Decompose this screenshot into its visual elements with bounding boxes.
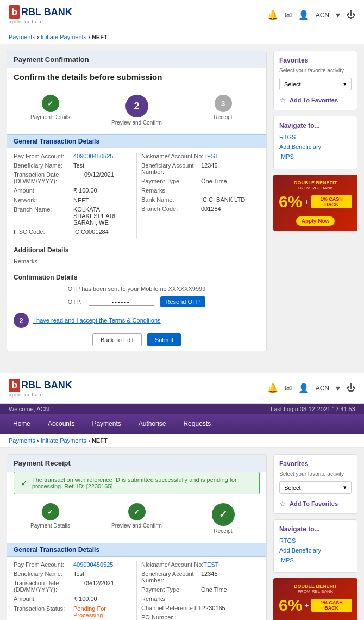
- r2-tx-status: Transaction Status: Pending For Processi…: [14, 605, 132, 618]
- detail-ifsc: IFSC Code: ICIC0001284: [14, 228, 132, 235]
- logo-rbl2: b RBL BANK: [9, 379, 72, 392]
- ad-big-num: 6%: [279, 193, 302, 211]
- resend-otp-button[interactable]: Resend OTP: [160, 296, 206, 307]
- ad-line2b: FROM RBL BANK: [279, 589, 352, 594]
- step2-1: ✓ Payment Details: [7, 503, 93, 529]
- right-col2: Nickname/ Account No: TEST Beneficiary A…: [141, 561, 260, 620]
- nav-bar: Welcome, ACN Last Login 08-12-2021 12:41…: [0, 404, 364, 434]
- col-divider: [136, 153, 137, 238]
- ad-line1b: DOUBLE BENEFIT: [279, 584, 352, 589]
- dropdown-icon[interactable]: ▾: [336, 10, 340, 20]
- logo-area: b RBL BANK apne ka bank: [9, 5, 72, 24]
- power-icon2[interactable]: ⏻: [347, 383, 355, 393]
- step2-badge: 2: [14, 313, 29, 328]
- nav-item-add-beneficiary[interactable]: Add Beneficiary: [279, 144, 352, 150]
- user-icon: 👤: [298, 10, 309, 20]
- welcome-text: Welcome, ACN: [9, 406, 49, 412]
- favorites-subtitle2: Select your favorite activity: [279, 471, 352, 477]
- back-to-edit-button[interactable]: Back To Edit: [92, 333, 142, 346]
- user-icon2: 👤: [298, 383, 309, 393]
- logo-area2: b RBL BANK apne ka bank: [9, 379, 72, 398]
- left-panel1: Payment Confirmation Confirm the details…: [7, 51, 267, 358]
- right-panel1: Favorites Select your favorite activity …: [273, 51, 357, 358]
- logo-rbl: b RBL BANK: [9, 5, 72, 19]
- detail-branch-code: Branch Code: 001284: [141, 206, 260, 212]
- header1: b RBL BANK apne ka bank 🔔 ✉ 👤 ACN ▾ ⏻: [0, 0, 364, 30]
- detail-nickname: Nickname/ Account No: TEST: [141, 153, 260, 159]
- r2-tx-date: Transaction Date(DD/MM/YYYY): 09/12/2021: [14, 580, 132, 593]
- r2-nickname: Nickname/ Account No: TEST: [141, 561, 260, 568]
- otp-input[interactable]: [89, 299, 154, 306]
- ad-big-num2: 6%: [279, 596, 302, 615]
- power-icon[interactable]: ⏻: [347, 10, 355, 20]
- mail-icon[interactable]: ✉: [285, 10, 292, 20]
- logo-text2: RBL BANK: [21, 380, 72, 391]
- logo-text: RBL BANK: [21, 7, 72, 18]
- nav-item-imps2[interactable]: IMPS: [279, 557, 352, 563]
- step2-label: Preview and Confirm: [111, 120, 162, 126]
- detail-network: Network: NEFT: [14, 197, 132, 203]
- detail-amount: Amount: ₹ 100.00: [14, 187, 132, 194]
- nav-authorise[interactable]: Authorise: [130, 414, 175, 434]
- remarks-input[interactable]: [42, 257, 123, 264]
- r2-bene-acc: Beneficiary AccountNumber: 12345: [141, 571, 260, 584]
- bell-icon2[interactable]: 🔔: [267, 383, 278, 393]
- step3-circle: 3: [215, 95, 232, 112]
- col-divider2: [136, 561, 137, 620]
- cashback-badge: 1% CASH BACK: [311, 195, 352, 208]
- header-icons2: 🔔 ✉ 👤 ACN ▾ ⏻: [267, 383, 355, 393]
- ad-line1: DOUBLE BENEFIT: [279, 180, 352, 185]
- favorites-title2: Favorites: [279, 460, 352, 468]
- detail-bene-name: Beneficiary Name: Test: [14, 162, 132, 169]
- step2-circle: 2: [125, 95, 148, 117]
- favorites-card: Favorites Select your favorite activity …: [273, 51, 357, 110]
- terms-text[interactable]: I have read and I accept the Terms & Con…: [33, 317, 161, 324]
- add-to-favorites[interactable]: ☆ Add To Favorites: [279, 96, 352, 104]
- nav-accounts[interactable]: Accounts: [39, 414, 83, 434]
- steps1: ✓ Payment Details 2 Preview and Confirm …: [7, 90, 266, 134]
- dropdown-icon2[interactable]: ▾: [336, 383, 340, 393]
- details-grid2: Pay From Account: 409000450525 Beneficia…: [7, 557, 266, 620]
- breadcrumb-payments[interactable]: Payments: [9, 34, 35, 40]
- nav-home[interactable]: Home: [4, 414, 39, 434]
- star-icon2: ☆: [279, 499, 286, 508]
- detail-bene-acc: Beneficiary AccountNumber: 12345: [141, 162, 260, 175]
- detail-payment-type: Payment Type: One Time: [141, 178, 260, 184]
- select-label2: Select: [284, 485, 301, 491]
- logo-sub2: apne ka bank: [9, 392, 45, 398]
- breadcrumb2-initiate[interactable]: Initiate Payments: [41, 437, 86, 444]
- breadcrumb-sep1: ›: [37, 34, 41, 40]
- nav-item-add-bene2[interactable]: Add Beneficiary: [279, 547, 352, 554]
- detail-pay-from: Pay From Account: 409000450525: [14, 153, 132, 159]
- nav-item-rtgs2[interactable]: RTGS: [279, 537, 352, 544]
- nav-requests[interactable]: Requests: [174, 414, 219, 434]
- r2-channel-ref: Channel Reference ID: 2230165: [141, 605, 260, 611]
- nav-payments[interactable]: Payments: [83, 414, 129, 434]
- detail-bank-name: Bank Name: ICICI BANK LTD: [141, 196, 260, 203]
- confirmation-area: Confirmation Details OTP has been sent t…: [7, 269, 266, 351]
- confirm-title: Confirm the details before submission: [7, 68, 266, 82]
- logo-b2: b: [9, 379, 20, 392]
- bell-icon[interactable]: 🔔: [267, 10, 278, 20]
- section2-wrapper: b RBL BANK apne ka bank 🔔 ✉ 👤 ACN ▾ ⏻ We…: [0, 373, 364, 620]
- nav-item-imps[interactable]: IMPS: [279, 153, 352, 160]
- step-preview-confirm: 2 Preview and Confirm: [93, 95, 180, 126]
- step2-1-label: Payment Details: [30, 523, 70, 529]
- header-icons: 🔔 ✉ 👤 ACN ▾ ⏻: [267, 10, 355, 20]
- apply-now-button[interactable]: Apply Now: [296, 216, 335, 226]
- payment-confirmation-card: Payment Confirmation Confirm the details…: [7, 51, 267, 351]
- breadcrumb-initiate[interactable]: Initiate Payments: [41, 34, 86, 40]
- step2-2-circle: ✓: [128, 503, 146, 520]
- add-to-favorites2[interactable]: ☆ Add To Favorites: [279, 499, 352, 508]
- breadcrumb2-payments[interactable]: Payments: [9, 437, 35, 444]
- left-col2: Pay From Account: 409000450525 Beneficia…: [14, 561, 132, 620]
- favorites-select[interactable]: Select ▾: [279, 78, 352, 90]
- mail-icon2[interactable]: ✉: [285, 383, 292, 393]
- submit-button[interactable]: Submit: [147, 333, 181, 346]
- terms-row: 2 I have read and I accept the Terms & C…: [14, 313, 260, 328]
- favorites-select2[interactable]: Select ▾: [279, 481, 352, 494]
- r2-po-num: PO Number :: [141, 614, 260, 620]
- nav-item-rtgs[interactable]: RTGS: [279, 134, 352, 140]
- r2-bene-name: Beneficiary Name: Test: [14, 571, 132, 577]
- left-panel2: Payment Receipt ✓ The transaction with r…: [7, 454, 267, 620]
